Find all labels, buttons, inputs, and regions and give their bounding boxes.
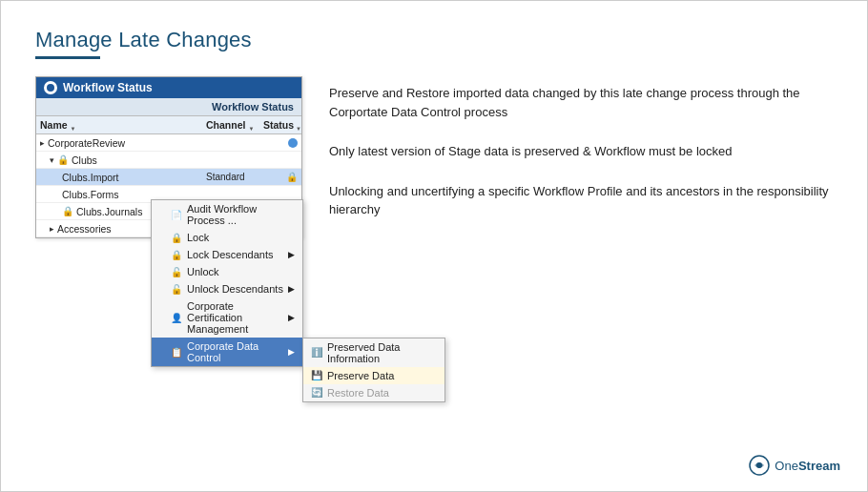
row-label: Clubs — [72, 154, 206, 166]
menu-label: Unlock Descendants — [187, 283, 283, 295]
menu-item-unlock[interactable]: 🔓 Unlock — [152, 263, 302, 280]
expand-icon[interactable]: ▾ — [50, 155, 54, 165]
menu-item-cert-mgmt[interactable]: 👤 Corporate Certification Management ▶ — [152, 297, 302, 338]
menu-label: Unlock — [187, 266, 219, 277]
workflow-status-subheader: Workflow Status — [36, 98, 301, 116]
svg-point-1 — [756, 462, 762, 468]
workflow-title-label: Workflow Status — [63, 81, 153, 94]
sub-menu: ℹ️ Preserved Data Information 💾 Preserve… — [302, 338, 445, 402]
submenu-arrow: ▶ — [288, 250, 295, 259]
audit-icon: 📄 — [171, 209, 182, 220]
page-title: Manage Late Changes — [35, 28, 833, 52]
workflow-icon — [44, 81, 57, 94]
menu-item-data-control[interactable]: 📋 Corporate Data Control ▶ ℹ️ Preserved … — [152, 338, 302, 366]
col-channel-header: Channel — [206, 119, 263, 131]
descriptions: Preserve and Restore imported data chang… — [329, 76, 833, 219]
sub-menu-label: Preserved Data Information — [327, 341, 437, 364]
desc-text-2: Only latest version of Stage data is pre… — [329, 144, 732, 158]
slide-container: Manage Late Changes Workflow Status Work… — [0, 0, 868, 492]
menu-item-audit[interactable]: 📄 Audit Workflow Process ... — [152, 200, 302, 229]
name-filter-icon[interactable] — [71, 121, 78, 129]
submenu-arrow: ▶ — [288, 284, 295, 294]
col-status-header: Status — [263, 119, 298, 131]
sub-menu-label: Preserve Data — [327, 370, 394, 381]
preserve-icon: 💾 — [311, 370, 322, 381]
menu-item-lock[interactable]: 🔒 Lock — [152, 229, 302, 246]
tree-row[interactable]: Clubs.Import Standard 🔒 — [36, 169, 301, 186]
expand-icon[interactable]: ▸ — [40, 138, 45, 148]
context-menu-area: 📄 Audit Workflow Process ... 🔒 Lock 🔒 Lo… — [151, 199, 303, 367]
submenu-arrow: ▶ — [288, 347, 295, 357]
desc-block-3: Unlocking and uncertifying a specific Wo… — [329, 182, 833, 219]
lock-red-icon: 🔒 — [62, 206, 73, 217]
content-area: Workflow Status Workflow Status Name Cha… — [35, 76, 833, 238]
unlock-icon: 🔓 — [171, 266, 182, 277]
tree-row[interactable]: ▾ 🔒 Clubs — [36, 152, 301, 169]
desc-text-3: Unlocking and uncertifying a specific Wo… — [329, 184, 829, 217]
menu-label: Lock Descendants — [187, 249, 274, 260]
menu-item-lock-descendants[interactable]: 🔒 Lock Descendants ▶ — [152, 246, 302, 263]
col-name-header: Name — [40, 119, 206, 131]
context-menu: 📄 Audit Workflow Process ... 🔒 Lock 🔒 Lo… — [151, 199, 303, 367]
row-label: Clubs.Import — [62, 172, 206, 183]
sub-menu-item-preserve-data[interactable]: 💾 Preserve Data — [303, 367, 444, 384]
desc-text-1: Preserve and Restore imported data chang… — [329, 86, 800, 119]
row-label: Clubs.Forms — [62, 189, 206, 200]
sub-menu-label: Restore Data — [327, 387, 389, 399]
onestream-logo-icon — [749, 455, 770, 476]
logo-area: OneStream — [749, 455, 840, 476]
workflow-title-bar: Workflow Status — [36, 77, 301, 98]
unlock-desc-icon: 🔓 — [171, 283, 182, 295]
expand-icon[interactable]: ▸ — [50, 224, 54, 234]
desc-block-1: Preserve and Restore imported data chang… — [329, 84, 833, 121]
channel-filter-icon[interactable] — [248, 121, 256, 129]
table-header: Name Channel Status — [36, 116, 301, 134]
restore-icon: 🔄 — [311, 387, 322, 399]
menu-label: Lock — [187, 232, 209, 243]
lock-icon: 🔒 — [57, 154, 69, 166]
lock-desc-icon: 🔒 — [171, 249, 182, 260]
menu-label: Corporate Data Control — [187, 340, 283, 363]
status-filter-icon[interactable] — [296, 121, 301, 129]
cert-icon: 👤 — [171, 312, 182, 323]
menu-label: Corporate Certification Management — [187, 300, 283, 335]
workflow-status-panel: Workflow Status Workflow Status Name Cha… — [35, 76, 302, 238]
tree-row[interactable]: ▸ CorporateReview — [36, 134, 301, 152]
data-ctrl-icon: 📋 — [171, 346, 182, 358]
status-indicator — [288, 138, 298, 148]
desc-block-2: Only latest version of Stage data is pre… — [329, 142, 833, 161]
submenu-arrow: ▶ — [288, 313, 295, 322]
logo-text-bold: Stream — [798, 459, 840, 473]
lock-status-icon: 🔒 — [286, 172, 298, 182]
logo-text: OneStream — [775, 459, 840, 473]
row-label: CorporateReview — [48, 137, 206, 149]
sub-menu-item-preserved-info[interactable]: ℹ️ Preserved Data Information — [303, 338, 444, 367]
menu-item-unlock-descendants[interactable]: 🔓 Unlock Descendants ▶ — [152, 280, 302, 297]
info-icon: ℹ️ — [311, 347, 322, 359]
lock-menu-icon: 🔒 — [171, 232, 182, 243]
title-underline — [35, 56, 100, 59]
menu-label: Audit Workflow Process ... — [187, 203, 295, 226]
sub-menu-item-restore-data[interactable]: 🔄 Restore Data — [303, 384, 444, 401]
